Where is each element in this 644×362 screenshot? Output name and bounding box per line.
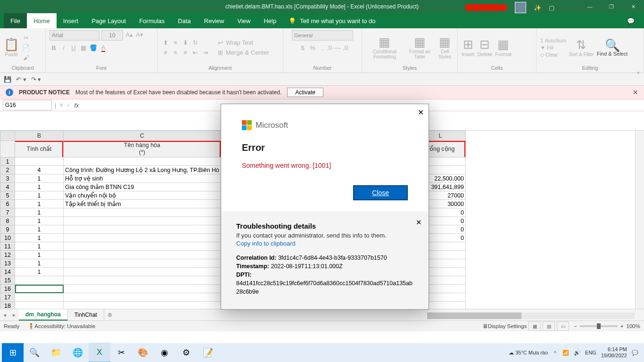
cell[interactable] (64, 276, 221, 285)
cell[interactable]: Hỗ trợ vệ sinh (64, 174, 221, 183)
cell[interactable] (64, 234, 221, 242)
underline-button[interactable]: U (69, 43, 78, 52)
cell[interactable]: Tập kết thiết bị thảm (64, 200, 221, 208)
cell-styles-button[interactable]: ▦Cell Styles (436, 36, 454, 59)
comma-icon[interactable]: , (318, 43, 327, 52)
row-header[interactable]: 14 (0, 268, 15, 276)
horizontal-scrollbar[interactable] (427, 313, 635, 319)
cell[interactable]: 1 (15, 191, 64, 200)
row-header[interactable]: 18 (0, 302, 15, 309)
view-page-break-button[interactable]: ▭ (557, 321, 569, 331)
row-header[interactable]: 6 (0, 200, 15, 208)
cell[interactable]: 1 (15, 200, 64, 208)
edge-icon[interactable]: 🌐 (67, 343, 89, 362)
share-button[interactable]: 💬 (627, 13, 635, 28)
row-header[interactable]: 2 (0, 166, 15, 174)
col-header[interactable]: C (64, 131, 221, 141)
autosum-button[interactable]: Σ AutoSum (540, 38, 566, 43)
row-header[interactable]: 15 (0, 276, 15, 285)
weather-widget[interactable]: ☁ 35°C Mưa rào (509, 350, 548, 356)
row-header[interactable]: 5 (0, 191, 15, 200)
user-avatar[interactable] (515, 2, 526, 13)
view-page-layout-button[interactable]: ▤ (543, 321, 555, 331)
cell[interactable]: 4 (15, 166, 64, 174)
notepad-icon[interactable]: 📝 (197, 343, 219, 362)
row-header[interactable]: 9 (0, 225, 15, 234)
align-bottom-icon[interactable]: ⬇ (181, 39, 190, 47)
tab-insert[interactable]: Insert (57, 13, 85, 28)
font-color-button[interactable]: A (99, 43, 107, 52)
row-header[interactable]: 7 (0, 208, 15, 217)
sheet-tab-active[interactable]: dm_hanghoa (19, 309, 68, 321)
cell[interactable]: 1 (15, 208, 64, 217)
cell[interactable] (15, 293, 64, 302)
clear-button[interactable]: ◇ Clear (540, 52, 566, 58)
align-top-icon[interactable]: ⬆ (161, 39, 170, 47)
zoom-slider[interactable] (580, 325, 618, 327)
paint-icon[interactable]: 🎨 (132, 343, 154, 362)
cut-icon[interactable]: ✂ (22, 33, 30, 42)
sheet-nav-prev[interactable]: ▸ (9, 309, 19, 321)
cell[interactable]: 1 (15, 183, 64, 191)
sort-filter-button[interactable]: ⇅Sort & Filter (569, 39, 594, 57)
find-select-button[interactable]: 🔍Find & Select (597, 39, 627, 57)
orientation-icon[interactable]: ↻ (191, 39, 199, 47)
zoom-in-button[interactable]: + (620, 323, 624, 329)
settings-icon[interactable]: ⚙ (175, 343, 197, 362)
row-header[interactable]: 11 (0, 242, 15, 251)
align-right-icon[interactable]: ≡ (181, 49, 190, 57)
cell[interactable] (64, 302, 221, 309)
tab-page-layout[interactable]: Page Layout (85, 13, 132, 28)
copy-info-link[interactable]: Copy info to clipboard (236, 240, 296, 247)
activate-button[interactable]: Activate (287, 88, 323, 97)
chrome-icon[interactable]: ◉ (154, 343, 175, 362)
cell[interactable]: 1 (15, 217, 64, 225)
cell[interactable] (64, 293, 221, 302)
notice-close-icon[interactable]: ✕ (633, 89, 638, 96)
sheet-tab-other[interactable]: TinhChat (68, 309, 104, 321)
cell[interactable]: 1 (15, 234, 64, 242)
row-header[interactable]: 16 (0, 285, 15, 293)
cell[interactable] (15, 285, 64, 293)
wifi-icon[interactable]: 📶 (562, 350, 569, 356)
display-settings-icon[interactable]: 🖥 (482, 323, 488, 329)
name-box[interactable] (3, 100, 52, 110)
dialog-close-button[interactable]: Close (353, 185, 408, 200)
tray-chevron-icon[interactable]: ＾ (553, 349, 558, 356)
row-header[interactable]: 1 (0, 157, 15, 166)
volume-icon[interactable]: 🔊 (574, 350, 580, 356)
cell[interactable] (64, 242, 221, 251)
cell[interactable] (64, 251, 221, 259)
display-settings-label[interactable]: Display Settings (488, 323, 527, 329)
vertical-scrollbar[interactable] (635, 131, 644, 309)
cell[interactable]: 1 (15, 268, 64, 276)
insert-button[interactable]: ⊞Insert (462, 38, 475, 57)
save-button[interactable]: 💾 (4, 76, 11, 83)
cell[interactable] (64, 285, 221, 293)
view-normal-button[interactable]: ▦ (528, 321, 541, 331)
increase-font-icon[interactable]: A▴ (125, 30, 133, 39)
conditional-formatting-button[interactable]: ▦Conditional Formatting (366, 36, 404, 59)
snip-icon[interactable]: ✂ (110, 343, 132, 362)
clock[interactable]: 6:14 PM 19/08/2022 (601, 346, 627, 359)
fill-button[interactable]: ▼ Fill (540, 45, 566, 50)
align-middle-icon[interactable]: ≡ (171, 39, 180, 47)
cell[interactable] (15, 302, 64, 309)
italic-button[interactable]: I (59, 43, 68, 52)
file-explorer-icon[interactable]: 📁 (45, 343, 67, 362)
format-button[interactable]: ▦Format (495, 38, 512, 57)
tab-help[interactable]: Help (257, 13, 283, 28)
troubleshoot-close-icon[interactable]: ✕ (416, 218, 422, 227)
percent-icon[interactable]: % (308, 43, 317, 52)
row-header[interactable]: 3 (0, 174, 15, 183)
col-header[interactable]: B (15, 131, 64, 141)
cell[interactable]: Vận chuyển nội bộ (64, 191, 221, 200)
border-button[interactable]: ▦ (79, 43, 88, 52)
sheet-nav-first[interactable]: ◂ (0, 309, 9, 321)
display-mode-icon[interactable]: ▢ (549, 4, 554, 11)
increase-decimal-icon[interactable]: .0→ (328, 43, 337, 52)
row-header[interactable]: 4 (0, 183, 15, 191)
dialog-close-icon[interactable]: ✕ (418, 108, 424, 117)
cell[interactable] (64, 157, 221, 166)
cell[interactable] (64, 259, 221, 268)
